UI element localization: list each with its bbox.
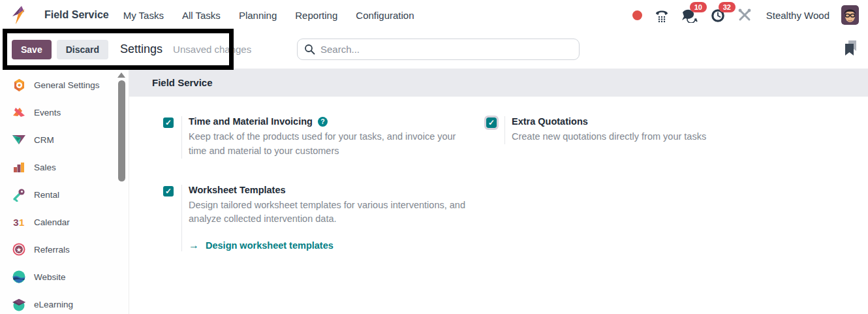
voip-phone-icon[interactable] xyxy=(654,7,670,23)
messages-icon[interactable]: 10 xyxy=(681,7,698,23)
website-icon xyxy=(12,270,26,284)
calendar-icon: 31 xyxy=(12,215,26,229)
svg-text:★: ★ xyxy=(16,246,22,253)
arrow-right-icon: → xyxy=(189,240,199,251)
setting-time-material-invoicing: ✓ Time and Material Invoicing ? Keep tra… xyxy=(163,116,484,159)
sidebar-item-label: Website xyxy=(34,272,66,282)
setting-description: Create new quotations directly from your… xyxy=(512,130,795,144)
general-settings-icon xyxy=(12,78,26,92)
sidebar-item-label: Sales xyxy=(34,163,56,172)
top-navbar: Field Service My Tasks All Tasks Plannin… xyxy=(0,0,868,30)
scrollbar-thumb[interactable] xyxy=(118,80,125,181)
sidebar-item-label: Referrals xyxy=(34,245,70,255)
user-avatar[interactable] xyxy=(841,5,859,25)
messages-count-badge: 10 xyxy=(690,2,707,12)
unsaved-changes-status: Unsaved changes xyxy=(173,44,251,55)
sidebar-item-label: General Settings xyxy=(34,80,100,90)
setting-description: Design tailored worksheet templates for … xyxy=(189,198,472,227)
debug-tools-icon[interactable] xyxy=(737,8,752,22)
help-icon[interactable]: ? xyxy=(318,117,328,127)
setting-title: Time and Material Invoicing xyxy=(189,116,313,127)
sidebar-item-label: Rental xyxy=(34,190,59,200)
sidebar-item-rental[interactable]: Rental xyxy=(0,181,129,208)
nav-item-all-tasks[interactable]: All Tasks xyxy=(182,10,221,21)
sidebar-item-referrals[interactable]: ★ Referrals xyxy=(0,236,129,263)
section-header: Field Service xyxy=(129,69,868,97)
activities-count-badge: 32 xyxy=(719,2,736,12)
field-service-logo-icon[interactable] xyxy=(10,5,27,25)
extra-quotations-checkbox[interactable]: ✓ xyxy=(486,118,497,128)
time-material-invoicing-checkbox[interactable]: ✓ xyxy=(163,118,174,128)
settings-content: Field Service ✓ Time and Material Invoic… xyxy=(129,69,868,314)
search-icon xyxy=(304,44,315,55)
setting-title: Worksheet Templates xyxy=(189,185,286,195)
recording-status-dot xyxy=(632,10,642,20)
nav-item-planning[interactable]: Planning xyxy=(239,10,277,21)
setting-description: Keep track of the products used for your… xyxy=(189,130,472,159)
crm-icon xyxy=(12,133,26,147)
odoo-app-window: Field Service My Tasks All Tasks Plannin… xyxy=(0,0,868,314)
link-label: Design worksheet templates xyxy=(206,240,333,251)
setting-worksheet-templates: ✓ Worksheet Templates Design tailored wo… xyxy=(163,185,484,252)
nav-item-configuration[interactable]: Configuration xyxy=(356,10,414,21)
sidebar-item-events[interactable]: Events xyxy=(0,99,129,126)
sidebar-item-general-settings[interactable]: General Settings xyxy=(0,71,129,99)
elearning-icon xyxy=(12,297,26,311)
scrollbar-up-arrow-icon[interactable] xyxy=(117,72,125,78)
sidebar-scrollbar[interactable] xyxy=(117,70,125,313)
nav-item-my-tasks[interactable]: My Tasks xyxy=(123,10,164,21)
sidebar-item-elearning[interactable]: eLearning xyxy=(0,290,129,314)
section-title: Field Service xyxy=(152,77,213,88)
sidebar-item-label: Calendar xyxy=(34,217,70,227)
setting-extra-quotations: ✓ Extra Quotations Create new quotations… xyxy=(486,116,807,159)
discard-button[interactable]: Discard xyxy=(57,40,108,59)
sidebar-item-website[interactable]: Website xyxy=(0,263,129,290)
bookmark-icon[interactable] xyxy=(842,39,859,59)
settings-sidebar: General Settings Events xyxy=(0,69,129,314)
sidebar-item-calendar[interactable]: 31 Calendar xyxy=(0,208,129,236)
rental-icon xyxy=(12,187,26,202)
save-button[interactable]: Save xyxy=(12,40,52,59)
sidebar-item-label: eLearning xyxy=(34,300,73,309)
worksheet-templates-checkbox[interactable]: ✓ xyxy=(163,186,174,196)
sidebar-item-label: CRM xyxy=(34,135,54,145)
page-title: Settings xyxy=(120,42,163,56)
setting-title: Extra Quotations xyxy=(512,116,588,127)
sidebar-item-crm[interactable]: CRM xyxy=(0,126,129,153)
search-bar[interactable] xyxy=(297,39,580,60)
activities-clock-icon[interactable]: 32 xyxy=(710,7,726,23)
search-input[interactable] xyxy=(320,44,572,55)
referrals-icon: ★ xyxy=(12,242,26,257)
events-icon xyxy=(12,105,26,119)
current-user-name[interactable]: Stealthy Wood xyxy=(766,10,829,21)
nav-item-reporting[interactable]: Reporting xyxy=(295,10,337,21)
sidebar-item-sales[interactable]: Sales xyxy=(0,153,129,181)
design-worksheet-templates-link[interactable]: → Design worksheet templates xyxy=(189,240,472,251)
control-panel: Save Discard Settings Unsaved changes xyxy=(0,30,868,69)
sidebar-item-label: Events xyxy=(34,108,61,118)
sales-icon xyxy=(12,160,26,174)
app-brand-title[interactable]: Field Service xyxy=(44,9,109,21)
